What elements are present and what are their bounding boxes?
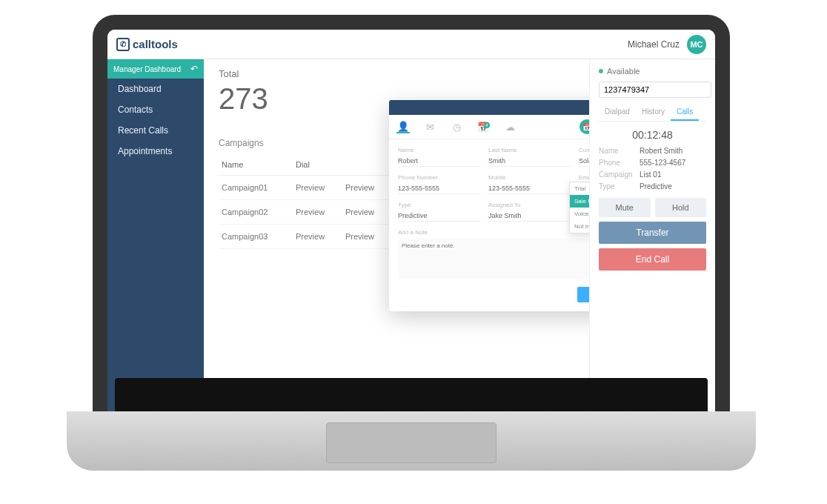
cell-dial: Preview	[293, 225, 342, 249]
dropdown-option[interactable]: Voicemail	[570, 208, 589, 220]
cell-mode: Preview	[342, 200, 392, 225]
note-label: Add a Note	[398, 229, 589, 236]
tab-history[interactable]: History	[636, 104, 671, 121]
disposition-dropdown[interactable]: Trial Sale Made Voicemail Not Interested	[569, 182, 589, 233]
info-label: Name	[599, 147, 640, 155]
info-label: Campaign	[599, 170, 640, 179]
topbar: ✆ calltools Michael Cruz MC	[107, 30, 715, 59]
status-dot-icon	[599, 69, 603, 73]
cell-name: Campaign02	[219, 200, 293, 225]
cell-mode: Preview	[342, 225, 392, 249]
tab-calls[interactable]: Calls	[671, 104, 699, 121]
info-value: Predictive	[640, 182, 672, 190]
dropdown-option[interactable]: Trial	[570, 182, 589, 195]
cell-mode: Preview	[342, 176, 392, 200]
sidebar-item-appointments[interactable]: Appointments	[107, 141, 204, 162]
info-value: 555-123-4567	[640, 159, 685, 167]
right-panel: Available Call Dialpad History Calls 00:…	[589, 59, 715, 415]
banner-label: Manager Dashboard	[113, 65, 181, 73]
user-name: Michael Cruz	[628, 39, 680, 50]
sidebar-item-contacts[interactable]: Contacts	[107, 99, 204, 120]
info-value: List 01	[640, 170, 661, 179]
email-tab-icon[interactable]: ✉	[423, 120, 436, 133]
cell-dial: Preview	[293, 176, 342, 200]
sidebar-item-recent-calls[interactable]: Recent Calls	[107, 120, 204, 141]
schedule-round-button[interactable]: 📅	[579, 119, 589, 134]
cloud-tab-icon[interactable]: ☁	[503, 120, 517, 133]
mute-button[interactable]: Mute	[599, 198, 651, 217]
hold-button[interactable]: Hold	[655, 198, 707, 217]
logo: ✆ calltools	[116, 38, 628, 51]
field-label: Phone Number	[398, 174, 481, 181]
name-input[interactable]	[398, 156, 481, 167]
info-label: Phone	[599, 159, 640, 167]
manager-dashboard-banner[interactable]: Manager Dashboard ↶	[107, 59, 204, 79]
end-call-button[interactable]: End Call	[599, 248, 706, 271]
field-label: Type	[398, 202, 481, 208]
tab-dialpad[interactable]: Dialpad	[599, 104, 636, 121]
field-label: Last Name	[488, 147, 571, 153]
dropdown-option-selected[interactable]: Sale Made	[570, 195, 589, 208]
note-textarea[interactable]	[398, 239, 589, 279]
calendar-tab-icon[interactable]: 📅4	[476, 120, 490, 133]
phone-icon: ✆	[116, 38, 130, 51]
cell-name: Campaign01	[219, 176, 293, 200]
dial-input[interactable]	[599, 82, 711, 98]
main-content: Total 273 Campaigns Name Dial Campaign01…	[204, 59, 589, 415]
logo-text-1: call	[133, 38, 151, 50]
laptop-trackpad	[326, 422, 496, 463]
lastname-input[interactable]	[488, 156, 571, 167]
info-label: Type	[599, 182, 640, 190]
field-label: Mobile	[488, 174, 571, 181]
field-label: Name	[398, 147, 481, 153]
logo-text-2: tools	[151, 38, 178, 50]
cell-name: Campaign03	[219, 225, 293, 249]
laptop-screen: ✆ calltools Michael Cruz MC Manager Dash…	[93, 15, 730, 430]
save-button[interactable]: Save	[577, 287, 589, 302]
field-label: Email	[579, 174, 589, 181]
col-name: Name	[219, 154, 293, 176]
field-label: Company	[579, 147, 589, 153]
total-label: Total	[219, 68, 574, 79]
dialog-titlebar[interactable]: — ✕	[389, 100, 589, 115]
contact-tab-icon[interactable]: 👤	[396, 120, 410, 133]
transfer-button[interactable]: Transfer	[599, 222, 706, 244]
sidebar: Manager Dashboard ↶ Dashboard Contacts R…	[107, 59, 204, 415]
dropdown-option[interactable]: Not Interested	[570, 220, 589, 233]
history-tab-icon[interactable]: ◷	[450, 120, 463, 133]
back-icon[interactable]: ↶	[190, 64, 198, 74]
contact-dialog: — ✕ 👤 ✉ ◷ 📅4 ☁ 📅 ✆	[389, 100, 589, 311]
mobile-input[interactable]	[488, 183, 571, 194]
sidebar-item-dashboard[interactable]: Dashboard	[107, 79, 204, 99]
field-label: Assigned To	[488, 202, 571, 208]
col-dial: Dial	[293, 154, 342, 176]
status-text: Available	[607, 67, 640, 76]
company-input[interactable]	[579, 156, 589, 167]
badge: 4	[484, 122, 490, 128]
phone-input[interactable]	[398, 183, 481, 194]
cell-dial: Preview	[293, 200, 342, 225]
info-value: Robert Smith	[640, 147, 682, 155]
avatar[interactable]: MC	[687, 35, 706, 54]
call-timer: 00:12:48	[599, 129, 706, 141]
type-input[interactable]	[398, 210, 481, 222]
assigned-input[interactable]	[488, 210, 571, 222]
status-indicator[interactable]: Available	[599, 67, 706, 76]
